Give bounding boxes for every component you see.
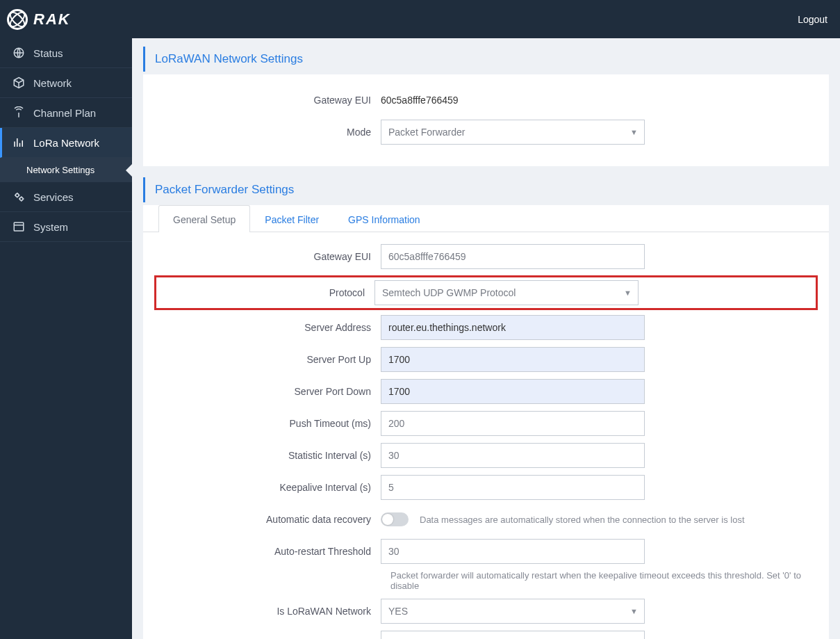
sidebar-item-network[interactable]: Network bbox=[0, 68, 132, 98]
input-server-port-up[interactable] bbox=[381, 347, 645, 372]
topbar: RAK Logout bbox=[0, 0, 840, 38]
window-icon bbox=[13, 220, 25, 233]
label-gateway-eui: Gateway EUI bbox=[158, 95, 381, 106]
antenna-icon bbox=[13, 106, 25, 119]
select-log-level[interactable]: NOTICE bbox=[381, 631, 645, 639]
tab-list: General Setup Packet Filter GPS Informat… bbox=[143, 205, 829, 232]
sidebar-item-label: Services bbox=[33, 191, 74, 203]
sidebar-item-services[interactable]: Services bbox=[0, 182, 132, 212]
sidebar-item-label: Status bbox=[33, 47, 63, 59]
panel-lorawan: Gateway EUI 60c5a8fffe766459 Mode Packet… bbox=[143, 74, 829, 166]
label-push-timeout: Push Timeout (ms) bbox=[158, 418, 381, 429]
sidebar-item-status[interactable]: Status bbox=[0, 38, 132, 68]
sidebar: Status Network Channel Plan LoRa Network… bbox=[0, 38, 132, 639]
input-server-port-down[interactable] bbox=[381, 379, 645, 404]
label-mode: Mode bbox=[158, 127, 381, 138]
select-protocol[interactable]: Semtech UDP GWMP Protocol bbox=[374, 280, 639, 305]
input-server-address[interactable] bbox=[381, 315, 645, 340]
label-auto-recovery: Automatic data recovery bbox=[158, 514, 381, 525]
globe-icon bbox=[13, 47, 25, 59]
sidebar-subitem-label: Network Settings bbox=[26, 165, 94, 175]
select-is-lorawan[interactable]: YES bbox=[381, 599, 645, 624]
brand-logo-icon bbox=[7, 9, 28, 30]
svg-point-2 bbox=[20, 197, 24, 201]
input-push-timeout[interactable] bbox=[381, 411, 645, 436]
help-autorestart: Packet forwarder will automatically rest… bbox=[390, 570, 814, 591]
sidebar-item-label: System bbox=[33, 221, 68, 233]
select-mode[interactable]: Packet Forwarder bbox=[381, 120, 645, 145]
section-title-lorawan: LoRaWAN Network Settings bbox=[143, 47, 829, 72]
label-autorestart: Auto-restart Threshold bbox=[158, 546, 381, 557]
label-stat-interval: Statistic Interval (s) bbox=[158, 450, 381, 461]
highlight-protocol-row: Protocol Semtech UDP GWMP Protocol ▼ bbox=[154, 275, 818, 310]
label-is-lorawan: Is LoRaWAN Network bbox=[158, 606, 381, 617]
input-keepalive[interactable] bbox=[381, 475, 645, 500]
label-server-port-down: Server Port Down bbox=[158, 386, 381, 397]
sidebar-item-lora-network[interactable]: LoRa Network bbox=[0, 128, 132, 158]
brand: RAK bbox=[7, 9, 71, 30]
input-stat-interval[interactable] bbox=[381, 443, 645, 468]
panel-packet-forwarder: General Setup Packet Filter GPS Informat… bbox=[143, 205, 829, 639]
label-keepalive: Keepalive Interval (s) bbox=[158, 482, 381, 493]
gears-icon bbox=[13, 191, 25, 203]
label-protocol: Protocol bbox=[159, 287, 374, 298]
help-auto-recovery: Data messages are automatically stored w… bbox=[420, 515, 745, 525]
section-title-packet-forwarder: Packet Forwarder Settings bbox=[143, 177, 829, 202]
label-server-address: Server Address bbox=[158, 322, 381, 333]
sidebar-item-label: Channel Plan bbox=[33, 107, 96, 119]
cube-icon bbox=[13, 76, 25, 89]
tab-general-setup[interactable]: General Setup bbox=[158, 205, 250, 232]
sidebar-item-label: LoRa Network bbox=[33, 137, 99, 149]
brand-text: RAK bbox=[33, 10, 71, 29]
sidebar-item-channel-plan[interactable]: Channel Plan bbox=[0, 98, 132, 128]
svg-point-1 bbox=[16, 194, 19, 197]
input-autorestart[interactable] bbox=[381, 539, 645, 564]
tab-gps-information[interactable]: GPS Information bbox=[333, 205, 435, 232]
logout-link[interactable]: Logout bbox=[798, 14, 827, 25]
sidebar-subitem-network-settings[interactable]: Network Settings bbox=[0, 158, 132, 182]
label-server-port-up: Server Port Up bbox=[158, 354, 381, 365]
tab-packet-filter[interactable]: Packet Filter bbox=[250, 205, 333, 232]
input-gateway-eui[interactable] bbox=[381, 244, 645, 269]
main-content: LoRaWAN Network Settings Gateway EUI 60c… bbox=[132, 38, 840, 639]
svg-rect-3 bbox=[14, 223, 24, 231]
sidebar-item-label: Network bbox=[33, 77, 72, 89]
chart-icon bbox=[13, 136, 25, 149]
label-pf-gateway-eui: Gateway EUI bbox=[158, 251, 381, 262]
sidebar-item-system[interactable]: System bbox=[0, 212, 132, 242]
toggle-auto-recovery[interactable] bbox=[381, 512, 409, 526]
value-gateway-eui: 60c5a8fffe766459 bbox=[381, 89, 645, 111]
